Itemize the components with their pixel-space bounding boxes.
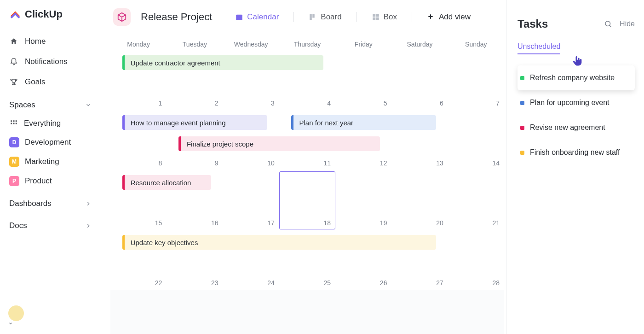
- date-number: 3: [271, 100, 275, 107]
- event-title: Finalize project scope: [187, 140, 253, 148]
- hide-button[interactable]: Hide: [620, 20, 635, 28]
- task-color-dot: [520, 101, 524, 105]
- calendar-cell[interactable]: 19: [335, 170, 391, 230]
- tasks-title: Tasks: [518, 18, 548, 30]
- event-color-bar: [122, 175, 125, 190]
- sidebar-space[interactable]: PProduct: [0, 171, 101, 191]
- calendar-event[interactable]: How to manage event planning: [122, 115, 267, 130]
- search-icon[interactable]: [604, 20, 612, 28]
- calendar-day-headers: MondayTuesdayWednesdayThursdayFridaySatu…: [110, 34, 504, 51]
- task-label: Refresh company website: [530, 74, 615, 82]
- calendar-cell[interactable]: 1: [223, 290, 279, 334]
- calendar-cell[interactable]: 21: [448, 170, 504, 230]
- drop-target: [279, 171, 335, 229]
- calendar-event[interactable]: Update key objectives: [122, 235, 436, 250]
- calendar-event[interactable]: Update contractor agreement: [122, 55, 324, 70]
- sidebar-space[interactable]: DDevelopment: [0, 133, 101, 152]
- view-tab-box[interactable]: Box: [367, 10, 402, 24]
- calendar-cell[interactable]: 20: [391, 170, 448, 230]
- bell-icon: [9, 57, 18, 66]
- date-number: 4: [327, 100, 331, 107]
- task-color-dot: [520, 151, 524, 155]
- view-tab-board[interactable]: Board: [304, 10, 346, 24]
- date-number: 9: [215, 159, 218, 167]
- view-tab-label: Board: [321, 12, 341, 22]
- svg-rect-8: [313, 14, 315, 18]
- project-cube-icon[interactable]: [113, 8, 131, 26]
- grid-icon: [9, 119, 18, 128]
- task-item[interactable]: Revise new agreement: [518, 115, 635, 140]
- calendar-cell[interactable]: 28: [448, 230, 504, 290]
- calendar-event[interactable]: Resource allocation: [122, 175, 211, 190]
- event-color-bar: [291, 115, 293, 130]
- docs-header[interactable]: Docs: [0, 213, 101, 235]
- chevron-down-icon[interactable]: [8, 321, 92, 326]
- space-label: Development: [25, 138, 71, 147]
- svg-rect-9: [373, 14, 375, 17]
- day-header: Thursday: [279, 41, 335, 48]
- home-icon: [9, 37, 18, 46]
- nav-label: Home: [25, 37, 46, 46]
- dashboards-header[interactable]: Dashboards: [0, 191, 101, 213]
- calendar-event[interactable]: Finalize project scope: [178, 136, 380, 151]
- date-number: 15: [155, 219, 162, 227]
- nav-notifications[interactable]: Notifications: [0, 52, 101, 72]
- svg-rect-3: [11, 123, 12, 124]
- day-header: Saturday: [391, 41, 448, 48]
- svg-rect-11: [373, 18, 375, 20]
- date-number: 13: [436, 159, 443, 167]
- chevron-right-icon: [85, 223, 92, 229]
- event-color-bar: [122, 115, 125, 130]
- calendar-grid[interactable]: 1234567891011121314151617181920212223242…: [110, 51, 504, 334]
- svg-rect-7: [310, 14, 312, 20]
- sidebar: ClickUp Home Notifications Goals Spaces …: [0, 0, 101, 334]
- spaces-header[interactable]: Spaces: [0, 92, 101, 114]
- svg-rect-6: [236, 15, 243, 20]
- date-number: 26: [380, 279, 387, 287]
- calendar-cell[interactable]: 6: [391, 51, 448, 111]
- space-badge-icon: P: [9, 176, 19, 186]
- cursor-hand-icon: [571, 54, 584, 67]
- sidebar-everything[interactable]: Everything: [0, 114, 101, 133]
- date-number: 10: [267, 159, 275, 167]
- day-header: Friday: [335, 41, 391, 48]
- date-number: 5: [384, 100, 387, 107]
- add-view-button[interactable]: Add view: [422, 10, 475, 24]
- box-icon: [372, 13, 380, 21]
- user-avatar[interactable]: [8, 305, 24, 321]
- nav-home[interactable]: Home: [0, 31, 101, 52]
- calendar-event[interactable]: Plan for next year: [291, 115, 436, 130]
- space-badge-icon: D: [9, 137, 19, 147]
- calendar-cell[interactable]: 3: [335, 290, 391, 334]
- app-logo[interactable]: ClickUp: [0, 8, 101, 31]
- tasks-tab-unscheduled[interactable]: Unscheduled: [518, 42, 560, 54]
- task-item[interactable]: Finish onboarding new staff: [518, 140, 635, 165]
- calendar-cell[interactable]: 29: [110, 290, 167, 334]
- calendar-cell[interactable]: 2: [279, 290, 335, 334]
- calendar-cell[interactable]: 4: [391, 290, 448, 334]
- view-tab-calendar[interactable]: Calendar: [230, 10, 283, 24]
- nav-label: Goals: [25, 77, 45, 87]
- calendar-cell[interactable]: 5: [335, 51, 391, 111]
- calendar-cell[interactable]: 5: [448, 290, 504, 334]
- sidebar-space[interactable]: MMarketing: [0, 152, 101, 171]
- task-color-dot: [520, 76, 524, 80]
- view-tab-label: Calendar: [247, 12, 279, 22]
- calendar-cell[interactable]: 7: [448, 51, 504, 111]
- view-tab-label: Box: [384, 12, 397, 22]
- nav-goals[interactable]: Goals: [0, 72, 101, 92]
- calendar-icon: [235, 13, 243, 21]
- date-number: 23: [211, 279, 218, 287]
- calendar-cell[interactable]: 30: [167, 290, 223, 334]
- chevron-down-icon: [85, 102, 92, 108]
- date-number: 16: [211, 219, 218, 227]
- task-item[interactable]: Plan for upcoming event: [518, 90, 635, 115]
- date-number: 25: [324, 279, 331, 287]
- project-title: Release Project: [141, 11, 212, 23]
- space-label: Product: [25, 176, 52, 186]
- calendar-cell[interactable]: 17: [223, 170, 279, 230]
- svg-rect-2: [16, 120, 17, 122]
- task-item[interactable]: Refresh company website: [518, 65, 635, 90]
- event-title: Plan for next year: [299, 119, 354, 127]
- calendar-cell[interactable]: 14: [448, 111, 504, 170]
